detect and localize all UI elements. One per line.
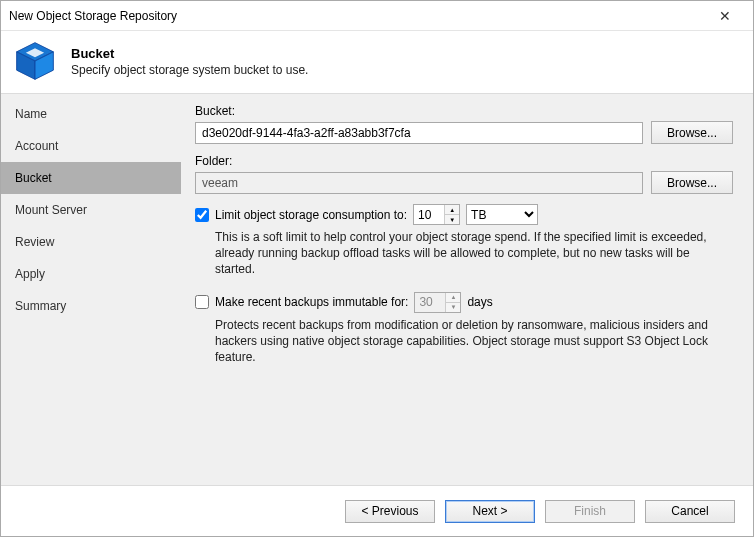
page-title: Bucket (71, 46, 308, 61)
bucket-input[interactable] (195, 122, 643, 144)
immutable-up-icon: ▲ (446, 293, 460, 303)
wizard-header: Bucket Specify object storage system buc… (1, 31, 753, 93)
wizard-header-text: Bucket Specify object storage system buc… (71, 46, 308, 77)
storage-cube-icon (13, 39, 57, 83)
previous-button[interactable]: < Previous (345, 500, 435, 523)
limit-up-icon[interactable]: ▲ (445, 205, 459, 215)
limit-down-icon[interactable]: ▼ (445, 215, 459, 224)
wizard-content: Bucket: Browse... Folder: Browse... Limi… (181, 94, 753, 485)
sidebar-item-apply[interactable]: Apply (1, 258, 181, 290)
immutable-down-icon: ▼ (446, 303, 460, 312)
immutable-label: Make recent backups immutable for: (215, 295, 408, 309)
sidebar-item-name[interactable]: Name (1, 98, 181, 130)
immutable-spin: ▲ ▼ (414, 292, 461, 313)
immutable-unit-label: days (467, 295, 492, 309)
folder-input[interactable] (195, 172, 643, 194)
limit-label: Limit object storage consumption to: (215, 208, 407, 222)
immutable-value-input (415, 293, 445, 312)
bucket-browse-button[interactable]: Browse... (651, 121, 733, 144)
immutable-description: Protects recent backups from modificatio… (215, 317, 733, 366)
limit-unit-select[interactable]: TB (466, 204, 538, 225)
next-button[interactable]: Next > (445, 500, 535, 523)
window-title: New Object Storage Repository (9, 9, 705, 23)
close-icon[interactable]: ✕ (705, 2, 745, 30)
wizard-steps-sidebar: Name Account Bucket Mount Server Review … (1, 94, 181, 485)
sidebar-item-bucket[interactable]: Bucket (1, 162, 181, 194)
wizard-window: New Object Storage Repository ✕ Bucket S… (0, 0, 754, 537)
cancel-button[interactable]: Cancel (645, 500, 735, 523)
sidebar-item-account[interactable]: Account (1, 130, 181, 162)
immutable-checkbox[interactable] (195, 295, 209, 309)
sidebar-item-mount-server[interactable]: Mount Server (1, 194, 181, 226)
limit-description: This is a soft limit to help control you… (215, 229, 733, 278)
folder-label: Folder: (195, 154, 733, 168)
limit-checkbox[interactable] (195, 208, 209, 222)
limit-spin[interactable]: ▲ ▼ (413, 204, 460, 225)
sidebar-item-review[interactable]: Review (1, 226, 181, 258)
wizard-footer: < Previous Next > Finish Cancel (1, 486, 753, 536)
titlebar: New Object Storage Repository ✕ (1, 1, 753, 31)
sidebar-item-summary[interactable]: Summary (1, 290, 181, 322)
folder-browse-button[interactable]: Browse... (651, 171, 733, 194)
page-subtitle: Specify object storage system bucket to … (71, 63, 308, 77)
finish-button: Finish (545, 500, 635, 523)
bucket-label: Bucket: (195, 104, 733, 118)
limit-value-input[interactable] (414, 205, 444, 224)
